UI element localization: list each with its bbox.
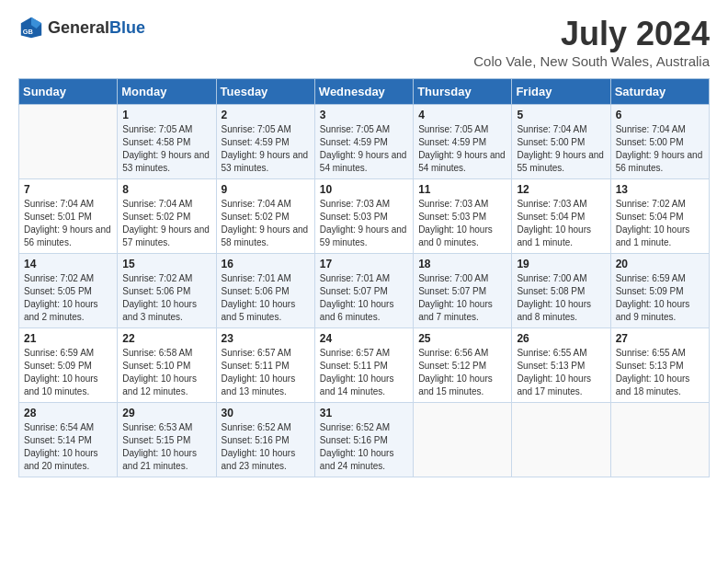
day-info: Sunrise: 6:54 AMSunset: 5:14 PMDaylight:… <box>24 421 112 473</box>
daylight-text: Daylight: 9 hours and 55 minutes. <box>517 150 604 173</box>
day-number: 19 <box>517 258 605 270</box>
weekday-header-saturday: Saturday <box>610 79 709 105</box>
calendar-cell: 28Sunrise: 6:54 AMSunset: 5:14 PMDayligh… <box>19 403 118 477</box>
day-number: 6 <box>616 109 704 121</box>
sunrise-text: Sunrise: 6:59 AM <box>24 348 94 358</box>
day-info: Sunrise: 7:03 AMSunset: 5:03 PMDaylight:… <box>418 198 506 249</box>
weekday-header-wednesday: Wednesday <box>314 79 413 105</box>
daylight-text: Daylight: 10 hours and 14 minutes. <box>320 373 394 396</box>
calendar-cell: 5Sunrise: 7:04 AMSunset: 5:00 PMDaylight… <box>512 105 610 179</box>
calendar-cell: 22Sunrise: 6:58 AMSunset: 5:10 PMDayligh… <box>118 328 216 403</box>
day-info: Sunrise: 6:52 AMSunset: 5:16 PMDaylight:… <box>222 421 310 473</box>
sunrise-text: Sunrise: 7:05 AM <box>418 124 488 134</box>
daylight-text: Daylight: 9 hours and 54 minutes. <box>418 150 506 173</box>
day-info: Sunrise: 7:03 AMSunset: 5:03 PMDaylight:… <box>320 198 408 249</box>
sunrise-text: Sunrise: 6:52 AM <box>222 422 291 432</box>
calendar-cell: 8Sunrise: 7:04 AMSunset: 5:02 PMDaylight… <box>118 179 216 254</box>
sunrise-text: Sunrise: 7:04 AM <box>122 199 192 209</box>
day-info: Sunrise: 6:55 AMSunset: 5:13 PMDaylight:… <box>616 347 704 398</box>
day-number: 27 <box>616 332 704 345</box>
daylight-text: Daylight: 9 hours and 53 minutes. <box>122 150 210 173</box>
calendar-cell: 25Sunrise: 6:56 AMSunset: 5:12 PMDayligh… <box>414 328 512 403</box>
day-number: 4 <box>418 109 506 121</box>
weekday-header-tuesday: Tuesday <box>216 79 314 105</box>
day-info: Sunrise: 6:57 AMSunset: 5:11 PMDaylight:… <box>222 347 310 398</box>
daylight-text: Daylight: 10 hours and 21 minutes. <box>122 448 197 471</box>
calendar-cell: 24Sunrise: 6:57 AMSunset: 5:11 PMDayligh… <box>314 328 413 403</box>
sunset-text: Sunset: 5:00 PM <box>517 137 585 147</box>
sunset-text: Sunset: 5:00 PM <box>616 137 684 147</box>
day-number: 11 <box>418 183 506 196</box>
sunset-text: Sunset: 4:59 PM <box>222 137 290 147</box>
weekday-header-row: SundayMondayTuesdayWednesdayThursdayFrid… <box>19 79 710 105</box>
day-number: 22 <box>122 332 210 345</box>
sunrise-text: Sunrise: 6:58 AM <box>122 348 192 358</box>
sunset-text: Sunset: 5:02 PM <box>222 212 290 222</box>
sunrise-text: Sunrise: 6:53 AM <box>122 422 192 432</box>
sunrise-text: Sunrise: 7:04 AM <box>616 124 686 134</box>
calendar-cell: 14Sunrise: 7:02 AMSunset: 5:05 PMDayligh… <box>19 254 118 328</box>
daylight-text: Daylight: 10 hours and 3 minutes. <box>122 299 197 322</box>
daylight-text: Daylight: 9 hours and 53 minutes. <box>222 150 309 173</box>
daylight-text: Daylight: 10 hours and 17 minutes. <box>517 373 591 396</box>
day-number: 15 <box>122 258 210 270</box>
sunrise-text: Sunrise: 7:04 AM <box>517 124 586 134</box>
sunset-text: Sunset: 5:02 PM <box>122 212 190 222</box>
calendar-cell: 30Sunrise: 6:52 AMSunset: 5:16 PMDayligh… <box>216 403 314 477</box>
day-info: Sunrise: 7:02 AMSunset: 5:04 PMDaylight:… <box>616 198 704 249</box>
sunset-text: Sunset: 5:04 PM <box>616 212 684 222</box>
calendar-cell: 27Sunrise: 6:55 AMSunset: 5:13 PMDayligh… <box>610 328 709 403</box>
day-info: Sunrise: 6:57 AMSunset: 5:11 PMDaylight:… <box>320 347 408 398</box>
day-number: 2 <box>222 109 310 121</box>
day-info: Sunrise: 7:00 AMSunset: 5:08 PMDaylight:… <box>517 272 605 324</box>
logo-icon: GB <box>18 15 44 40</box>
calendar-cell <box>512 403 610 477</box>
logo-blue: Blue <box>109 18 145 37</box>
daylight-text: Daylight: 10 hours and 6 minutes. <box>320 299 394 322</box>
calendar-week-1: 1Sunrise: 7:05 AMSunset: 4:58 PMDaylight… <box>19 105 710 179</box>
sunrise-text: Sunrise: 7:01 AM <box>320 273 390 283</box>
calendar-cell <box>19 105 118 179</box>
daylight-text: Daylight: 10 hours and 10 minutes. <box>24 373 98 396</box>
daylight-text: Daylight: 10 hours and 5 minutes. <box>222 299 296 322</box>
sunrise-text: Sunrise: 7:05 AM <box>222 124 291 134</box>
sunset-text: Sunset: 5:16 PM <box>222 435 290 445</box>
day-info: Sunrise: 7:00 AMSunset: 5:07 PMDaylight:… <box>418 272 506 324</box>
calendar-cell: 18Sunrise: 7:00 AMSunset: 5:07 PMDayligh… <box>414 254 512 328</box>
svg-text:GB: GB <box>23 28 34 36</box>
day-number: 30 <box>222 407 310 419</box>
sunset-text: Sunset: 5:14 PM <box>24 435 92 445</box>
sunrise-text: Sunrise: 6:54 AM <box>24 422 94 432</box>
logo: GB GeneralBlue <box>18 15 145 40</box>
calendar-cell: 11Sunrise: 7:03 AMSunset: 5:03 PMDayligh… <box>414 179 512 254</box>
sunset-text: Sunset: 5:16 PM <box>320 435 388 445</box>
daylight-text: Daylight: 10 hours and 0 minutes. <box>418 224 493 247</box>
sunrise-text: Sunrise: 7:04 AM <box>24 199 94 209</box>
sunset-text: Sunset: 5:09 PM <box>24 361 92 371</box>
sunset-text: Sunset: 5:12 PM <box>418 361 486 371</box>
sunset-text: Sunset: 5:13 PM <box>517 361 585 371</box>
calendar-cell: 17Sunrise: 7:01 AMSunset: 5:07 PMDayligh… <box>314 254 413 328</box>
calendar-week-4: 21Sunrise: 6:59 AMSunset: 5:09 PMDayligh… <box>19 328 710 403</box>
sunset-text: Sunset: 4:58 PM <box>122 137 190 147</box>
sunset-text: Sunset: 4:59 PM <box>320 137 388 147</box>
day-info: Sunrise: 7:04 AMSunset: 5:01 PMDaylight:… <box>24 198 112 249</box>
daylight-text: Daylight: 9 hours and 57 minutes. <box>122 224 210 247</box>
sunset-text: Sunset: 5:05 PM <box>24 286 92 296</box>
sunrise-text: Sunrise: 7:03 AM <box>418 199 488 209</box>
day-number: 20 <box>616 258 704 270</box>
sunrise-text: Sunrise: 6:56 AM <box>418 348 488 358</box>
daylight-text: Daylight: 9 hours and 56 minutes. <box>24 224 111 247</box>
day-number: 29 <box>122 407 210 419</box>
day-info: Sunrise: 6:55 AMSunset: 5:13 PMDaylight:… <box>517 347 605 398</box>
daylight-text: Daylight: 10 hours and 24 minutes. <box>320 448 394 471</box>
day-number: 17 <box>320 258 408 270</box>
sunset-text: Sunset: 5:01 PM <box>24 212 92 222</box>
day-info: Sunrise: 6:59 AMSunset: 5:09 PMDaylight:… <box>24 347 112 398</box>
day-info: Sunrise: 7:02 AMSunset: 5:05 PMDaylight:… <box>24 272 112 324</box>
day-info: Sunrise: 7:04 AMSunset: 5:00 PMDaylight:… <box>517 123 605 175</box>
daylight-text: Daylight: 10 hours and 12 minutes. <box>122 373 197 396</box>
day-info: Sunrise: 7:04 AMSunset: 5:02 PMDaylight:… <box>122 198 210 249</box>
day-number: 25 <box>418 332 506 345</box>
calendar-cell: 21Sunrise: 6:59 AMSunset: 5:09 PMDayligh… <box>19 328 118 403</box>
